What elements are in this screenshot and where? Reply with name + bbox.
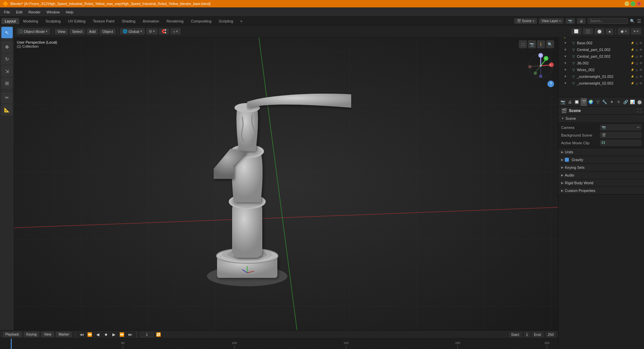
props-scene-icon-btn[interactable]: 🎬 — [581, 98, 587, 106]
pivot-button[interactable]: ⊙ ▾ — [146, 28, 158, 35]
props-constraints-icon-btn[interactable]: 🔗 — [623, 98, 629, 106]
tab-shading[interactable]: Shading — [118, 18, 139, 24]
add-menu-button[interactable]: Add — [87, 29, 99, 35]
viewport-help-btn[interactable]: ? — [547, 81, 554, 87]
viewport-options-btn[interactable]: ⬚ — [519, 40, 527, 48]
object-menu-button[interactable]: Object — [100, 29, 116, 35]
menu-item-render[interactable]: Render — [26, 9, 43, 15]
props-material-icon-btn[interactable]: ⬤ — [636, 98, 643, 106]
viewport-shading-solid-button[interactable]: ⬛ — [583, 28, 593, 35]
measure-tool-button[interactable]: 📐 — [1, 104, 13, 115]
outliner-item-wires002[interactable]: ▼ ▽ Wires_002 ⚡ △ 👁 — [558, 66, 644, 73]
props-particles-icon-btn[interactable]: ✦ — [608, 98, 615, 106]
outliner-item-counterweight02[interactable]: ▼ ▽ _ounterweight_02.002 ⚡ △ 👁 — [558, 80, 644, 87]
render-settings-btn[interactable]: 📷 — [566, 18, 575, 24]
jump-prev-keyframe-button[interactable]: ⏪ — [87, 332, 93, 338]
tab-sculpting[interactable]: Sculpting — [42, 18, 64, 24]
frame-counter[interactable]: 1 — [140, 332, 154, 337]
rigid-body-world-section-header[interactable]: ▶ Rigid Body World — [558, 179, 644, 187]
overlay-button[interactable]: ◉ ▾ — [618, 28, 630, 35]
annotate-tool-button[interactable]: ✏ — [1, 92, 13, 103]
wires002-visible-icon[interactable]: 👁 — [639, 68, 643, 72]
central02-visible-icon[interactable]: 👁 — [639, 55, 643, 58]
output-settings-btn[interactable]: 🖨 — [577, 18, 586, 24]
outliner-item-counterweight01[interactable]: ▼ ▽ _ounterweight_01.002 ⚡ △ 👁 — [558, 73, 644, 80]
cw02-visible-icon[interactable]: 👁 — [639, 82, 643, 85]
timeline-ruler[interactable]: // This won't run in SVG context, we'll … — [0, 339, 558, 349]
tab-uv-editing[interactable]: UV Editing — [65, 18, 89, 24]
maximize-button[interactable]: □ — [631, 1, 635, 6]
object-mode-button[interactable]: ⬡ Object Mode ▾ — [17, 28, 50, 35]
props-view-layer-icon-btn[interactable]: 🔲 — [574, 98, 580, 106]
tab-texture-paint[interactable]: Texture Paint — [90, 18, 118, 24]
tab-animation[interactable]: Animation — [140, 18, 163, 24]
gizmo-button[interactable]: ⌖ ▾ — [631, 28, 641, 35]
menu-item-edit[interactable]: Edit — [13, 9, 25, 15]
jump-to-start-button[interactable]: ⏮ — [79, 332, 85, 338]
stop-button[interactable]: ■ — [103, 332, 109, 338]
central01-visible-icon[interactable]: 👁 — [639, 48, 643, 52]
props-output-icon-btn[interactable]: 🖨 — [567, 98, 573, 106]
camera-value-field[interactable]: 📷 ✏ — [600, 124, 641, 130]
view-layer-dropdown[interactable]: View Layer ▾ — [539, 18, 564, 24]
tab-rendering[interactable]: Rendering — [163, 18, 187, 24]
jump-to-end-button[interactable]: ⏭ — [127, 332, 133, 338]
tab-layout[interactable]: Layout — [1, 18, 19, 24]
menu-item-file[interactable]: File — [1, 9, 13, 15]
tl-start-value[interactable]: 1 — [524, 332, 530, 337]
camera-edit-icon[interactable]: ✏ — [637, 126, 640, 129]
proportional-edit-button[interactable]: ○ ▾ — [170, 28, 181, 35]
scale-tool-button[interactable]: ⇲ — [1, 65, 13, 77]
gravity-section-header[interactable]: ▶ Gravity — [558, 156, 644, 163]
viewport-3d[interactable]: User Perspective (Local) (1) Collection … — [14, 38, 558, 330]
units-section-header[interactable]: ▶ Units — [558, 148, 644, 156]
keying-sets-section-header[interactable]: ▶ Keying Sets — [558, 164, 644, 171]
outliner-item-central01[interactable]: ▼ ▽ Central_part_01.002 ⚡ △ 👁 — [558, 46, 644, 53]
play-reverse-button[interactable]: ◀ — [95, 332, 101, 338]
props-modifier-icon-btn[interactable]: 🔧 — [602, 98, 608, 106]
jib002-visible-icon[interactable]: 👁 — [639, 61, 643, 65]
viewport-shading-wire-button[interactable]: ⬜ — [571, 28, 581, 35]
rotate-tool-button[interactable]: ↻ — [1, 53, 13, 65]
outliner-item-base002[interactable]: ▼ ▽ Base.002 ⚡ △ 👁 — [558, 40, 644, 46]
playback-menu-button[interactable]: Playback — [3, 332, 22, 337]
viewport-camera-btn[interactable]: 📷 — [528, 40, 536, 48]
transform-global-button[interactable]: 🌐 Global ▾ — [120, 28, 145, 35]
tab-modeling[interactable]: Modeling — [20, 18, 42, 24]
props-world-icon-btn[interactable]: 🌍 — [588, 98, 594, 106]
select-tool-button[interactable]: ↖ — [1, 27, 13, 38]
view-menu-button-tl[interactable]: View — [41, 332, 54, 337]
menu-item-window[interactable]: Window — [44, 9, 62, 15]
scene-dropdown[interactable]: 🎬 Scene ▾ — [514, 18, 537, 24]
loop-button[interactable]: 🔁 — [156, 332, 162, 338]
add-workspace-button[interactable]: + — [237, 17, 245, 25]
minimize-button[interactable]: − — [625, 1, 629, 6]
viewport-walk-btn[interactable]: 🚶 — [537, 40, 545, 48]
nav-gizmo[interactable]: X Y Z — [527, 52, 554, 79]
outliner-item-jib002[interactable]: ▼ ▽ Jib.002 ⚡ △ 👁 — [558, 60, 644, 66]
keying-menu-button[interactable]: Keying — [24, 332, 40, 337]
gravity-enabled-checkbox[interactable] — [565, 158, 569, 162]
tab-scripting[interactable]: Scripting — [215, 18, 236, 24]
viewport-search-btn[interactable]: 🔍 — [546, 40, 554, 48]
cw01-visible-icon[interactable]: 👁 — [639, 75, 643, 79]
transform-tool-button[interactable]: ⊞ — [1, 78, 13, 89]
tl-end-value[interactable]: 250 — [546, 332, 555, 337]
search-icon[interactable]: 🔍 — [630, 19, 635, 23]
viewport-shading-material-button[interactable]: ⬤ — [595, 28, 604, 35]
play-forward-button[interactable]: ▶ — [111, 332, 117, 338]
base002-visible-icon[interactable]: 👁 — [639, 41, 643, 45]
props-render-icon-btn[interactable]: 📷 — [560, 98, 566, 106]
viewport-shading-render-button[interactable]: ● — [606, 29, 613, 35]
select-menu-button[interactable]: Select — [69, 29, 85, 35]
close-button[interactable]: ✕ — [637, 1, 641, 6]
jump-next-keyframe-button[interactable]: ⏩ — [119, 332, 125, 338]
scene-fullscreen-icon[interactable]: ⛶ — [637, 108, 641, 113]
move-tool-button[interactable]: ✥ — [1, 41, 13, 53]
active-movie-value-field[interactable]: 🎞 — [600, 140, 641, 146]
props-object-icon-btn[interactable]: ▽ — [595, 98, 601, 106]
audio-section-header[interactable]: ▶ Audio — [558, 171, 644, 179]
props-data-icon-btn[interactable]: 📊 — [630, 98, 636, 106]
props-physics-icon-btn[interactable]: ⚛ — [615, 98, 622, 106]
custom-props-section-header[interactable]: ▶ Custom Properties — [558, 187, 644, 194]
